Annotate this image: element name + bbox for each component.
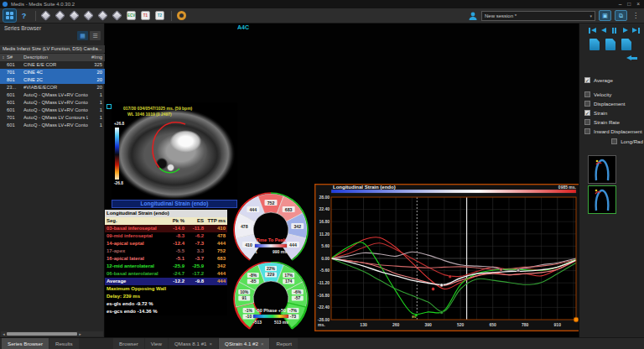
series-row[interactable]: 801CINE 2C20 [0,76,105,84]
checkbox[interactable]: ✓ [584,110,590,116]
tab-browser[interactable]: Browser [113,338,144,349]
close-icon[interactable]: × [261,338,264,349]
strain-chart[interactable]: 28.0022.4016.8011.205.600.00-5.60-11.20-… [314,184,581,331]
step-back-button[interactable] [599,26,608,34]
tab-report[interactable]: Report [270,338,298,349]
checkbox[interactable] [584,128,590,134]
checkbox[interactable] [584,91,590,97]
app-icon-t2[interactable]: T2 [153,9,166,22]
series-row[interactable]: 601AutoQ - QMass LV+RV Contours1 [0,91,105,99]
col-series-number[interactable]: S# [7,54,23,61]
grid-view-icon[interactable]: ▦ [77,31,88,40]
checkbox-row-strain-rate[interactable]: Strain Rate [584,119,643,125]
checkbox-row-displacement[interactable]: Displacement [584,101,643,107]
checkbox[interactable] [611,138,617,144]
checkbox-row-inward-displacement[interactable]: Inward Displacement [584,128,643,134]
badge-glyph: T2 [155,11,164,20]
close-icon[interactable]: × [210,338,213,349]
image-count: 1 [88,91,105,99]
maximize-button[interactable]: □ [627,0,631,8]
strain-row[interactable]: 17-apex-5.53.3752 [105,247,227,255]
main-toolbar: ?ECVT1T2 New session * ▾ ▣ ⧉ ⋮ [0,8,644,23]
skip-last-button[interactable] [631,26,641,34]
orientation-thumbnail-1[interactable] [588,155,616,184]
strain-row[interactable]: Average-12.2-9.8444 [105,278,227,285]
series-row[interactable]: 701AutoQ - QMass LV Contours LAX ...1 [0,114,105,122]
mri-image[interactable]: 017/30 034/0547/1025 ms. (59 bpm) WL 104… [112,102,237,200]
strain-row[interactable]: 12-mid anterolateral-25.9-25.9342 [105,263,227,270]
checkbox[interactable] [584,119,590,125]
x-tick-label: 390 [424,322,432,327]
skip-first-button[interactable] [588,26,597,34]
series-row[interactable]: 23...#VIAB/E/ECOR20 [0,84,105,91]
app-icon-5[interactable] [96,9,109,22]
export-snapshot-2-button[interactable] [605,39,615,50]
strain-row[interactable]: 14-apical septal-12.4-7.3444 [105,240,227,247]
help-icon[interactable]: ? [18,9,30,22]
strain-row[interactable]: 16-apical lateral-5.1-3.7683 [105,255,227,263]
orientation-thumbnail-2[interactable] [588,185,616,214]
back-arrow-icon[interactable] [626,55,637,60]
session-area: New session * ▾ ▣ ⧉ ⋮ [468,10,639,21]
medis-ring-icon[interactable] [175,9,188,22]
segment-value: 478 [241,224,248,229]
session-dropdown[interactable]: New session * ▾ [481,11,595,21]
checkbox-row-velocity[interactable]: Velocity [584,91,643,97]
step-forward-button[interactable] [621,26,630,34]
app-icon-4[interactable] [82,9,95,22]
app-icon-2[interactable] [54,9,66,22]
series-row[interactable]: 601AutoQ - QMass LV+RV Contours SAX1 [0,107,105,114]
horizontal-scrollbar[interactable]: ◂ ▸ [1,331,103,336]
note-line: Maximum Opposing Wall [105,285,227,293]
pause-button[interactable] [610,26,619,34]
bottom-tab-bar: Series BrowserResults BrowserViewQMass 8… [0,337,644,349]
image-count: 20 [88,69,105,76]
tri-r [623,28,628,33]
app-icon-t1[interactable]: T1 [139,9,152,22]
checkbox-row-average[interactable]: ✓Average [584,77,643,83]
tab-view[interactable]: View [145,338,168,349]
sort-icon[interactable]: ↕ [0,54,7,61]
scroll-left-icon[interactable]: ◂ [1,331,7,336]
checkbox-row-strain[interactable]: ✓Strain [584,110,643,116]
scrollbar-thumb[interactable] [7,332,77,336]
segment-pct: -8% [249,273,257,278]
series-row[interactable]: 701CINE 4C20 [0,69,105,76]
strain-cell: 06-basal anterolateral [105,270,164,278]
medis-logo-icon [3,2,8,7]
screens-button[interactable]: ⧉ [615,10,627,21]
ttp-title: Time To Peak [256,237,286,242]
app-icon-ecv[interactable]: ECV [125,9,138,22]
strain-row[interactable]: 06-basal anterolateral-24.7-17.2444 [105,270,227,278]
apps-grid-icon[interactable] [3,9,16,22]
cine-transport-controls [588,26,641,34]
export-snapshot-3-button[interactable] [621,39,631,50]
export-buttons [589,39,631,50]
study-label[interactable]: Medis Infarct Size (LV Function, DSI) Ca… [0,45,105,53]
checkbox-row-long-rad[interactable]: Long/Rad [584,138,643,144]
tab-qstrain-4-1-2[interactable]: QStrain 4.1 #2× [219,338,269,349]
series-row[interactable]: 601CINE E/E COR325 [0,61,105,69]
checkbox[interactable]: ✓ [584,77,590,83]
tab-qmass-8-1-1[interactable]: QMass 8.1 #1× [169,338,218,349]
tab-results[interactable]: Results [49,338,79,349]
app-icon-6[interactable] [111,9,123,22]
list-view-icon[interactable]: ☰ [90,31,101,40]
checkbox[interactable] [584,101,590,107]
tab-series-browser[interactable]: Series Browser [2,338,49,349]
scroll-right-icon[interactable]: ▸ [77,331,83,336]
strain-row[interactable]: 09-mid inferoseptal-8.3-6.2478 [105,232,227,240]
col-description[interactable]: Description [23,54,88,61]
app-icon-1[interactable] [39,9,52,22]
col-img-count[interactable]: #Img [88,54,105,61]
close-button[interactable]: × [636,0,640,8]
app-icon-3[interactable] [68,9,80,22]
layout-button[interactable]: ▣ [599,10,611,21]
minimize-button[interactable]: – [619,0,622,8]
export-snapshot-1-button[interactable] [589,39,600,50]
kebab-menu-icon[interactable]: ⋮ [632,12,639,19]
row-icon [0,99,7,107]
series-row[interactable]: 601AutoQ - QMass LV+RV Contours SAX1 [0,99,105,107]
strain-row[interactable]: 03-basal inferoseptal-14.0-11.8410 [105,225,227,232]
series-row[interactable]: 601AutoQ - QMass LV+RV Contours SAX1 [0,122,105,129]
